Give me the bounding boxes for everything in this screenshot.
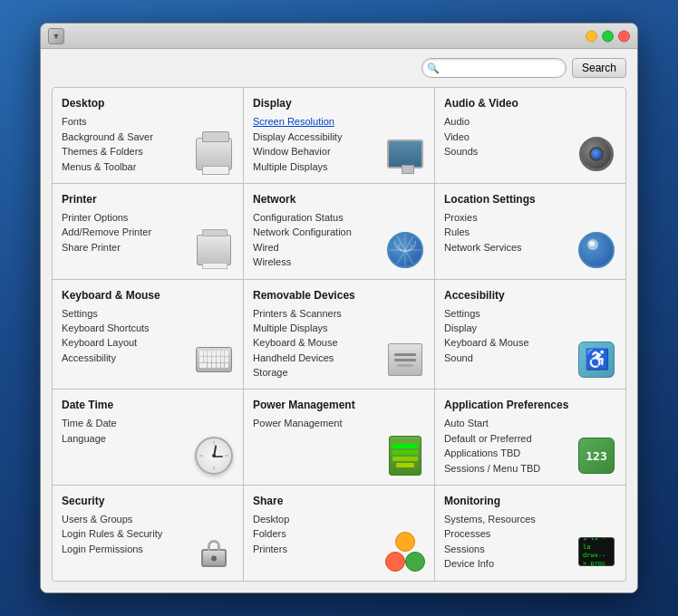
search-input-wrap: 🔍 <box>421 58 567 78</box>
link-time-date[interactable]: Time & Date <box>62 417 234 430</box>
sec-icon <box>194 532 234 572</box>
ap-title: Application Preferences <box>444 399 616 411</box>
desktop-icon <box>194 134 234 174</box>
preferences-grid: Desktop Fonts Background & Saver Themes … <box>52 87 626 581</box>
link-access-display[interactable]: Display <box>444 322 616 335</box>
network-cell: Network Configuration Status Network Con… <box>244 184 434 279</box>
display-title: Display <box>253 97 425 110</box>
mon-icon: $ ls -ladrwx--> proc <box>576 532 616 572</box>
display-cell: Display Screen Resolution Display Access… <box>244 88 434 183</box>
share-title: Share <box>253 495 425 507</box>
search-bar: 🔍 Search <box>52 58 626 78</box>
security-cell: Security Users & Groups Login Rules & Se… <box>53 486 243 581</box>
location-cell: Location Settings Proxies Rules Network … <box>435 184 625 279</box>
search-icon: 🔍 <box>427 63 440 74</box>
keyboard-cell: Keyboard & Mouse Settings Keyboard Short… <box>53 280 243 390</box>
power-title: Power Management <box>253 399 425 411</box>
share-cell: Share Desktop Folders Printers <box>244 486 434 581</box>
content-area: 🔍 Search Desktop Fonts Background & Save… <box>41 49 637 592</box>
link-power-mgmt[interactable]: Power Management <box>253 417 425 430</box>
network-title: Network <box>253 193 425 206</box>
location-title: Location Settings <box>444 193 616 206</box>
link-kb-shortcuts[interactable]: Keyboard Shortcuts <box>62 322 234 335</box>
link-share-desktop[interactable]: Desktop <box>253 513 425 526</box>
titlebar: ▼ <box>41 24 637 49</box>
printer-title: Printer <box>62 193 234 206</box>
dt-icon <box>194 436 234 476</box>
link-printer-opts[interactable]: Printer Options <box>62 211 234 225</box>
link-proxies[interactable]: Proxies <box>444 211 616 225</box>
av-icon <box>576 134 616 174</box>
close-button[interactable] <box>618 30 630 42</box>
accessibility-icon: ♿ <box>576 340 616 380</box>
main-window: ▼ 🔍 Search Desktop Fonts Backgr <box>40 23 638 592</box>
link-km-settings[interactable]: Settings <box>62 307 234 321</box>
removable-cell: Removable Devices Printers & Scanners Mu… <box>244 280 434 390</box>
location-icon <box>576 230 616 270</box>
appprefs-cell: Application Preferences Auto Start Defau… <box>435 390 625 485</box>
link-fonts[interactable]: Fonts <box>62 115 234 129</box>
minimize-button[interactable] <box>586 30 597 42</box>
window-controls: ▼ <box>48 28 64 44</box>
ap-icon: 123 <box>576 436 616 476</box>
desktop-cell: Desktop Fonts Background & Saver Themes … <box>53 88 243 183</box>
search-input[interactable] <box>421 58 567 78</box>
link-multi-displays[interactable]: Multiple Displays <box>253 322 425 335</box>
removable-icon <box>385 340 425 380</box>
removable-title: Removable Devices <box>253 289 425 302</box>
link-printers-scan[interactable]: Printers & Scanners <box>253 307 425 321</box>
toolbar-collapse-icon[interactable]: ▼ <box>48 28 64 44</box>
link-auto-start[interactable]: Auto Start <box>444 417 616 430</box>
desktop-title: Desktop <box>62 97 234 110</box>
keyboard-title: Keyboard & Mouse <box>62 289 234 302</box>
audio-video-cell: Audio & Video Audio Video Sounds <box>435 88 625 183</box>
power-links: Power Management <box>253 417 425 430</box>
mon-title: Monitoring <box>444 495 616 507</box>
access-title: Accesibility <box>444 289 616 302</box>
link-users-groups[interactable]: Users & Groups <box>62 513 234 526</box>
link-access-settings[interactable]: Settings <box>444 307 616 321</box>
link-config-status[interactable]: Configuration Status <box>253 211 425 225</box>
display-icon <box>385 134 425 174</box>
printer-cell: Printer Printer Options Add/Remove Print… <box>53 184 243 279</box>
search-button[interactable]: Search <box>572 58 626 78</box>
dt-title: Date Time <box>62 399 234 411</box>
power-icon <box>385 436 425 476</box>
link-audio[interactable]: Audio <box>444 115 616 129</box>
printer-icon <box>194 230 234 270</box>
share-icon <box>385 532 425 572</box>
link-systems[interactable]: Systems, Resources <box>444 513 616 526</box>
keyboard-icon <box>194 340 234 380</box>
datetime-cell: Date Time Time & Date Language <box>53 390 243 485</box>
av-title: Audio & Video <box>444 97 616 110</box>
monitoring-cell: Monitoring Systems, Resources Processes … <box>435 486 625 581</box>
network-icon <box>385 230 425 270</box>
power-cell: Power Management Power Management <box>244 390 434 485</box>
link-screen-res[interactable]: Screen Resolution <box>253 115 425 129</box>
sec-title: Security <box>62 495 234 507</box>
accessibility-cell: Accesibility Settings Display Keyboard &… <box>435 280 625 390</box>
maximize-button[interactable] <box>602 30 614 42</box>
